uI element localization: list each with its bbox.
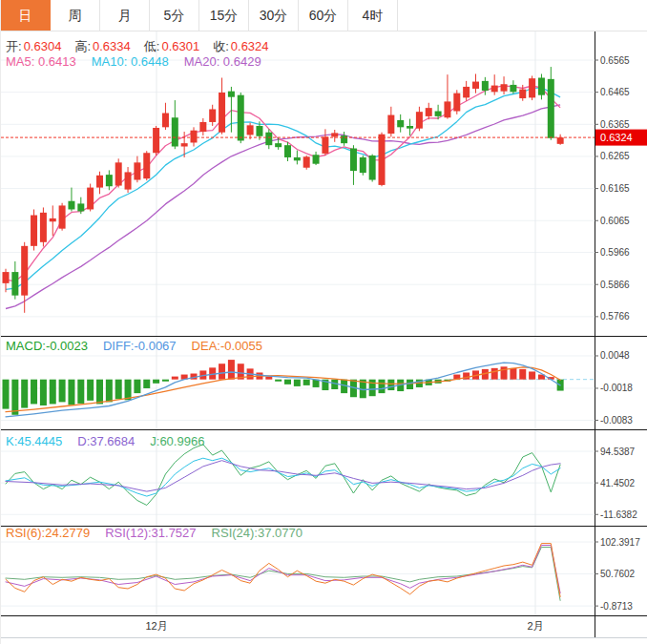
tab-30min[interactable]: 30分 <box>249 0 299 31</box>
tab-bar-spacer <box>398 0 647 31</box>
timeframe-tab-bar: 日 周 月 5分 15分 30分 60分 4时 <box>1 0 647 31</box>
tab-60min[interactable]: 60分 <box>299 0 348 31</box>
axis-tick-label: -11.6382 <box>600 509 637 520</box>
rsi6-line <box>6 544 560 597</box>
axis-tick-label: 94.5387 <box>600 447 636 457</box>
x-axis-month-label: 12月 <box>145 620 167 632</box>
rsi-legend: RSI(6):24.2779RSI(12):31.7527RSI(24):37.… <box>6 526 318 540</box>
axis-tick-label: 0.5766 <box>600 311 630 322</box>
macd-readout: MACD:-0.0023 <box>6 339 88 353</box>
j-readout: J:60.9966 <box>150 434 204 448</box>
ohlc-legend: 开:0.6304高:0.6334低:0.6301收:0.6324 <box>6 38 282 55</box>
d-readout: D:37.6684 <box>77 434 135 448</box>
open-value: 0.6304 <box>24 39 62 53</box>
close-label: 收: <box>213 39 229 53</box>
chart-canvas[interactable]: 0.65650.64650.63650.62650.61650.60650.59… <box>1 0 647 644</box>
tab-day[interactable]: 日 <box>1 0 51 31</box>
high-value: 0.6334 <box>93 39 131 53</box>
high-label: 高: <box>74 39 91 53</box>
rsi6-readout: RSI(6):24.2779 <box>6 526 90 540</box>
macd-histogram <box>3 360 564 415</box>
axis-tick-label: 102.3917 <box>600 537 640 548</box>
ma5-readout: MA5: 0.6413 <box>6 54 76 69</box>
macd-legend: MACD:-0.0023DIFF:-0.0067DEA:-0.0055 <box>6 339 278 353</box>
last-price-tag: 0.6324 <box>595 130 647 146</box>
axis-tick-label: -0.0018 <box>600 383 633 393</box>
axis-tick-label: 0.6165 <box>600 183 630 194</box>
rsi12-line <box>6 546 560 593</box>
axis-tick-label: 0.6265 <box>600 151 630 161</box>
candles <box>3 67 564 313</box>
tab-week[interactable]: 周 <box>51 0 100 31</box>
low-label: 低: <box>144 39 160 53</box>
axis-tick-label: 0.0048 <box>600 350 630 361</box>
diff-readout: DIFF:-0.0067 <box>103 339 177 353</box>
tab-month[interactable]: 月 <box>100 0 150 31</box>
ma10-readout: MA10: 0.6448 <box>92 54 169 69</box>
tab-4hour[interactable]: 4时 <box>348 0 398 31</box>
axis-tick-label: 0.6565 <box>600 55 630 66</box>
rsi24-readout: RSI(24):37.0770 <box>212 526 303 540</box>
open-label: 开: <box>6 39 22 53</box>
axis-tick-label: 0.5866 <box>600 280 630 290</box>
tab-5min[interactable]: 5分 <box>150 0 199 31</box>
x-axis-month-label: 2月 <box>527 620 543 632</box>
kdj-legend: K:45.4445D:37.6684J:60.9966 <box>6 434 219 448</box>
last-price-tag-label: 0.6324 <box>600 132 633 143</box>
close-value: 0.6324 <box>231 39 269 53</box>
axis-tick-label: 0.5966 <box>600 247 630 258</box>
rsi12-readout: RSI(12):31.7527 <box>105 526 196 540</box>
axis-tick-label: 50.7602 <box>600 569 636 579</box>
dea-readout: DEA:-0.0055 <box>192 339 262 353</box>
axis-tick-label: -0.0083 <box>600 415 633 426</box>
axis-tick-label: 0.6465 <box>600 87 630 97</box>
axis-tick-label: -0.8713 <box>600 601 633 612</box>
trading-chart-app: 日 周 月 5分 15分 30分 60分 4时 0.65650.64650.63… <box>0 0 647 644</box>
axis-tick-label: 0.6065 <box>600 216 630 226</box>
axis-tick-label: 41.4502 <box>600 478 636 488</box>
tab-15min[interactable]: 15分 <box>199 0 249 31</box>
x-axis-labels: 12月2月 <box>145 620 543 632</box>
ma-legend: MA5: 0.6413MA10: 0.6448MA20: 0.6429 <box>6 54 277 69</box>
ma20-readout: MA20: 0.6429 <box>184 54 261 69</box>
k-readout: K:45.4445 <box>6 434 62 448</box>
k-line <box>6 458 560 496</box>
low-value: 0.6301 <box>161 39 199 53</box>
axis-tick-label: 0.6365 <box>600 119 630 130</box>
